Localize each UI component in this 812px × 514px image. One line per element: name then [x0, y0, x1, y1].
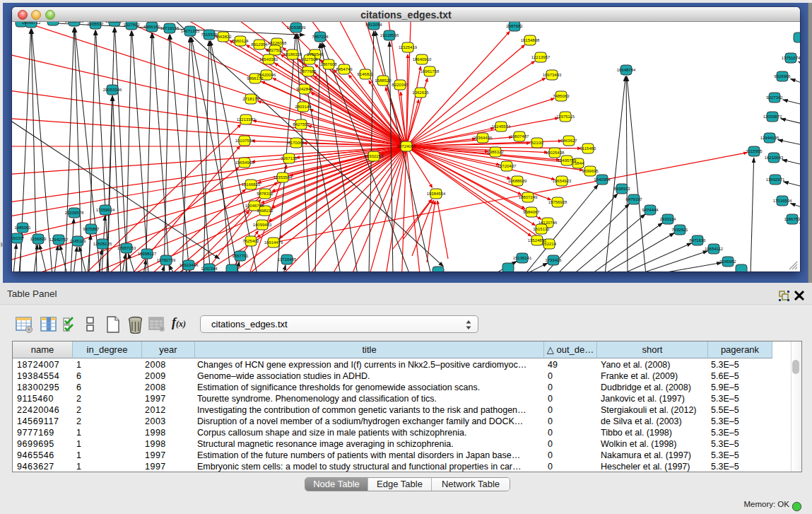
svg-text:9327508: 9327508	[301, 57, 318, 62]
svg-text:9463627: 9463627	[560, 139, 577, 143]
svg-text:18724007: 18724007	[397, 144, 416, 148]
svg-text:1640954: 1640954	[594, 177, 611, 182]
svg-text:16961758: 16961758	[420, 69, 440, 74]
svg-text:10107554: 10107554	[235, 139, 254, 143]
svg-text:6966160: 6966160	[143, 25, 160, 29]
svg-text:11325419: 11325419	[399, 45, 418, 49]
svg-text:12093873: 12093873	[763, 115, 782, 119]
svg-text:16053809: 16053809	[287, 25, 306, 30]
svg-text:16245574: 16245574	[492, 124, 511, 129]
svg-text:2687682: 2687682	[506, 24, 523, 28]
svg-text:18226058: 18226058	[268, 41, 287, 45]
svg-text:9227342: 9227342	[766, 95, 783, 100]
svg-text:13692971: 13692971	[766, 177, 785, 182]
svg-text:1498212: 1498212	[257, 209, 273, 213]
svg-text:14671355: 14671355	[181, 29, 200, 33]
svg-text:9984067: 9984067	[523, 210, 540, 214]
svg-text:16782759: 16782759	[157, 258, 176, 262]
svg-text:1362615: 1362615	[412, 90, 429, 95]
svg-text:20206578: 20206578	[65, 211, 84, 215]
svg-text:2105537: 2105537	[87, 22, 104, 26]
svg-text:15720407: 15720407	[498, 164, 517, 168]
svg-text:9146821: 9146821	[357, 72, 374, 76]
svg-text:1327602: 1327602	[123, 23, 140, 27]
svg-text:62100: 62100	[531, 141, 543, 145]
svg-text:8454749: 8454749	[336, 67, 353, 71]
svg-text:1615132: 1615132	[533, 227, 550, 231]
svg-text:20691406: 20691406	[65, 22, 84, 23]
svg-text:1292344: 1292344	[201, 267, 218, 271]
svg-text:1485061: 1485061	[14, 226, 31, 230]
svg-text:13302253: 13302253	[365, 154, 384, 158]
svg-text:18807249: 18807249	[519, 195, 538, 199]
svg-text:12213957: 12213957	[531, 55, 551, 59]
svg-text:16210643: 16210643	[765, 156, 784, 160]
svg-text:14055712: 14055712	[22, 22, 41, 25]
svg-text:10653287: 10653287	[105, 22, 124, 23]
svg-text:10688609: 10688609	[508, 179, 527, 183]
svg-text:10025438: 10025438	[546, 151, 565, 155]
svg-text:8660124: 8660124	[232, 39, 249, 43]
svg-text:16154808: 16154808	[521, 38, 540, 42]
svg-text:1156829: 1156829	[30, 237, 47, 241]
svg-text:9329966: 9329966	[774, 74, 791, 78]
svg-text:8471636: 8471636	[689, 238, 706, 243]
svg-text:2867608: 2867608	[320, 62, 337, 66]
svg-text:19654923: 19654923	[553, 179, 572, 183]
svg-text:75844: 75844	[572, 161, 584, 165]
svg-text:9657791: 9657791	[232, 254, 249, 258]
svg-text:7485063: 7485063	[553, 94, 570, 98]
svg-text:2933114: 2933114	[660, 217, 677, 221]
svg-text:9245652: 9245652	[719, 259, 736, 264]
svg-text:16648784: 16648784	[617, 68, 636, 72]
svg-text:13716485: 13716485	[278, 257, 297, 262]
svg-text:12353584: 12353584	[273, 175, 293, 180]
svg-text:17957253: 17957253	[117, 246, 136, 250]
svg-text:3267130: 3267130	[281, 156, 298, 160]
svg-text:39153: 39153	[12, 236, 23, 240]
svg-text:10046708: 10046708	[245, 204, 264, 208]
svg-text:8427552: 8427552	[293, 122, 310, 127]
svg-text:10807487: 10807487	[510, 134, 529, 139]
svg-text:19756928: 19756928	[548, 200, 567, 204]
svg-text:6479197: 6479197	[625, 197, 642, 201]
svg-text:2759546: 2759546	[307, 52, 324, 57]
svg-text:2803144: 2803144	[295, 105, 312, 109]
svg-text:8220347: 8220347	[392, 83, 408, 87]
svg-text:14120746: 14120746	[539, 221, 558, 225]
svg-text:9474444: 9474444	[642, 208, 659, 212]
svg-text:20364436: 20364436	[473, 136, 493, 140]
svg-text:16914479: 16914479	[264, 240, 283, 245]
svg-text:18186328: 18186328	[283, 52, 302, 57]
svg-text:9896172: 9896172	[247, 76, 264, 81]
svg-text:10973493: 10973493	[543, 73, 562, 77]
svg-text:9115460: 9115460	[580, 146, 597, 151]
svg-text:1186753: 1186753	[784, 217, 800, 221]
svg-text:17016504: 17016504	[773, 199, 792, 203]
svg-text:9877685: 9877685	[300, 69, 317, 74]
svg-text:2718179: 2718179	[242, 97, 259, 101]
svg-text:3215955: 3215955	[746, 149, 763, 153]
svg-text:8813054: 8813054	[365, 23, 382, 27]
svg-text:9975887: 9975887	[83, 227, 100, 231]
svg-text:9699695: 9699695	[582, 169, 599, 173]
svg-text:16543382: 16543382	[259, 57, 278, 62]
svg-text:19218506: 19218506	[380, 33, 399, 37]
svg-text:12213383: 12213383	[237, 117, 256, 122]
svg-text:8170065: 8170065	[288, 141, 305, 145]
svg-text:5878312: 5878312	[257, 192, 273, 196]
svg-text:2386322: 2386322	[487, 150, 504, 154]
svg-text:10719155: 10719155	[160, 26, 180, 30]
svg-text:8938913: 8938913	[613, 187, 630, 191]
svg-text:12444195: 12444195	[760, 136, 779, 140]
svg-text:19166825: 19166825	[242, 182, 261, 187]
svg-text:20053346: 20053346	[103, 88, 122, 92]
svg-text:252214: 252214	[542, 242, 557, 246]
svg-text:17359924: 17359924	[96, 208, 115, 212]
svg-text:1145119: 1145119	[70, 239, 86, 243]
svg-text:12923446: 12923446	[180, 263, 199, 267]
svg-text:7857234: 7857234	[312, 35, 329, 39]
svg-text:7663822: 7663822	[215, 35, 232, 39]
svg-text:10654112: 10654112	[705, 247, 724, 251]
svg-text:10958127: 10958127	[138, 252, 157, 256]
